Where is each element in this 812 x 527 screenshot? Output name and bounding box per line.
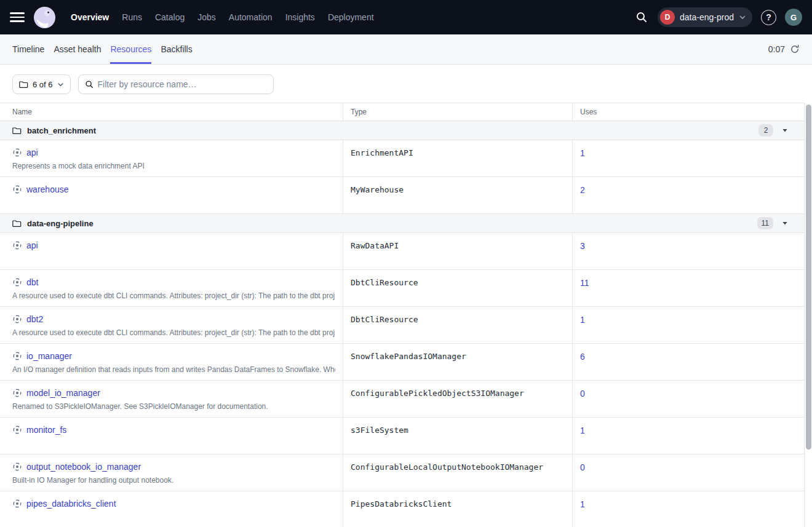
resource-name-cell: output_notebook_io_manager Built-in IO M… bbox=[0, 454, 343, 491]
resource-name-link[interactable]: warehouse bbox=[26, 184, 69, 194]
help-button[interactable]: ? bbox=[761, 10, 776, 25]
nav-overview[interactable]: Overview bbox=[71, 12, 109, 22]
column-header-type: Type bbox=[343, 103, 572, 121]
resource-type-cell: RawDataAPI bbox=[343, 233, 572, 269]
nav-catalog[interactable]: Catalog bbox=[155, 12, 185, 22]
workspace-switcher[interactable]: D data-eng-prod bbox=[658, 7, 752, 27]
resource-group-row[interactable]: batch_enrichment 2 bbox=[0, 121, 804, 140]
refresh-icon[interactable] bbox=[790, 44, 800, 54]
resource-uses-link[interactable]: 3 bbox=[580, 241, 585, 251]
resource-icon bbox=[12, 499, 22, 509]
resource-uses-link[interactable]: 0 bbox=[580, 389, 585, 398]
tab-asset-health[interactable]: Asset health bbox=[54, 34, 101, 64]
resource-description: A resource used to execute dbt CLI comma… bbox=[12, 328, 335, 337]
collapse-caret-icon[interactable] bbox=[782, 127, 788, 133]
resource-uses-link[interactable]: 1 bbox=[580, 499, 585, 509]
resource-uses-cell: 1 bbox=[572, 140, 804, 176]
resource-uses-cell: 6 bbox=[572, 344, 804, 380]
workspace-name: data-eng-prod bbox=[680, 12, 734, 22]
group-filter-button[interactable]: 6 of 6 bbox=[12, 74, 71, 94]
resource-uses-cell: 2 bbox=[572, 177, 804, 213]
resource-name-link[interactable]: model_io_manager bbox=[26, 388, 100, 398]
table-body: batch_enrichment 2 api Represents a mock… bbox=[0, 121, 804, 527]
chevron-down-icon bbox=[57, 81, 64, 88]
resource-type-cell: PipesDatabricksClient bbox=[343, 491, 572, 527]
nav-runs[interactable]: Runs bbox=[122, 12, 142, 22]
resource-type-cell: MyWarehouse bbox=[343, 177, 572, 213]
resource-description: Renamed to S3PickleIOManager. See S3Pick… bbox=[12, 402, 335, 411]
resource-name-link[interactable]: pipes_databricks_client bbox=[26, 499, 116, 509]
resource-name-link[interactable]: dbt bbox=[26, 277, 38, 287]
resource-name-cell: io_manager An I/O manager definition tha… bbox=[0, 344, 343, 380]
resource-uses-cell: 1 bbox=[572, 491, 804, 527]
resource-uses-cell: 1 bbox=[572, 307, 804, 343]
resource-type-cell: DbtCliResource bbox=[343, 307, 572, 343]
workspace-badge: D bbox=[660, 10, 675, 25]
resource-name-cell: warehouse bbox=[0, 177, 343, 213]
resource-description: A resource used to execute dbt CLI comma… bbox=[12, 291, 335, 300]
resource-icon bbox=[12, 240, 22, 250]
resource-name-link[interactable]: api bbox=[26, 148, 38, 157]
nav-jobs[interactable]: Jobs bbox=[197, 12, 216, 22]
resource-uses-link[interactable]: 6 bbox=[580, 352, 585, 362]
resource-name-link[interactable]: output_notebook_io_manager bbox=[26, 462, 141, 472]
column-header-name: Name bbox=[0, 103, 343, 121]
resources-table: Name Type Uses batch_enrichment 2 api Re… bbox=[0, 103, 812, 527]
resource-row: io_manager An I/O manager definition tha… bbox=[0, 344, 804, 381]
nav-insights[interactable]: Insights bbox=[285, 12, 315, 22]
resource-name-link[interactable]: dbt2 bbox=[26, 314, 43, 324]
dagster-logo-icon[interactable] bbox=[33, 6, 56, 29]
menu-icon[interactable] bbox=[10, 10, 25, 25]
resource-uses-link[interactable]: 11 bbox=[580, 278, 589, 288]
group-filter-label: 6 of 6 bbox=[33, 80, 53, 89]
resource-icon bbox=[12, 425, 22, 435]
main-nav: Overview Runs Catalog Jobs Automation In… bbox=[71, 12, 374, 22]
vertical-scrollbar[interactable] bbox=[804, 103, 812, 527]
avatar[interactable]: G bbox=[785, 9, 802, 26]
resource-name-cell: api Represents a mock data enrichment AP… bbox=[0, 140, 343, 176]
resource-filter-input[interactable] bbox=[98, 79, 267, 89]
resource-uses-link[interactable]: 1 bbox=[580, 148, 585, 158]
resource-row: warehouse MyWarehouse 2 bbox=[0, 177, 804, 214]
tab-timeline[interactable]: Timeline bbox=[12, 34, 44, 64]
collapse-caret-icon[interactable] bbox=[782, 220, 788, 226]
folder-icon bbox=[12, 126, 22, 135]
nav-deployment[interactable]: Deployment bbox=[328, 12, 374, 22]
resource-uses-link[interactable]: 2 bbox=[580, 185, 585, 195]
resource-type-cell: ConfigurableLocalOutputNotebookIOManager bbox=[343, 454, 572, 491]
resource-type-cell: EnrichmentAPI bbox=[343, 140, 572, 176]
resource-row: monitor_fs s3FileSystem 1 bbox=[0, 418, 804, 454]
resource-uses-link[interactable]: 1 bbox=[580, 426, 585, 435]
resource-name-link[interactable]: io_manager bbox=[26, 351, 72, 361]
resource-uses-cell: 1 bbox=[572, 418, 804, 454]
resource-uses-link[interactable]: 1 bbox=[580, 315, 585, 325]
resource-name-link[interactable]: api bbox=[26, 240, 38, 250]
search-icon[interactable] bbox=[635, 10, 649, 24]
chevron-down-icon bbox=[739, 14, 746, 21]
resource-name-link[interactable]: monitor_fs bbox=[26, 425, 66, 435]
resource-group-row[interactable]: data-eng-pipeline 11 bbox=[0, 214, 804, 233]
scrollbar-thumb[interactable] bbox=[806, 105, 811, 450]
resource-uses-cell: 3 bbox=[572, 233, 804, 269]
tab-backfills[interactable]: Backfills bbox=[161, 34, 192, 64]
resource-uses-cell: 0 bbox=[572, 454, 804, 491]
resource-icon bbox=[12, 148, 22, 157]
resource-uses-cell: 0 bbox=[572, 381, 804, 417]
resource-filter bbox=[78, 74, 274, 94]
resource-row: dbt2 A resource used to execute dbt CLI … bbox=[0, 307, 804, 344]
tab-resources[interactable]: Resources bbox=[110, 34, 151, 64]
resource-type-cell: SnowflakePandasIOManager bbox=[343, 344, 572, 380]
resource-icon bbox=[12, 184, 22, 194]
nav-automation[interactable]: Automation bbox=[229, 12, 273, 22]
resource-row: model_io_manager Renamed to S3PickleIOMa… bbox=[0, 381, 804, 418]
group-name: batch_enrichment bbox=[27, 126, 96, 135]
group-count-badge: 2 bbox=[758, 124, 773, 137]
resource-name-cell: dbt2 A resource used to execute dbt CLI … bbox=[0, 307, 343, 343]
resource-description: Built-in IO Manager for handling output … bbox=[12, 476, 335, 485]
column-header-uses: Uses bbox=[572, 103, 804, 121]
resource-uses-link[interactable]: 0 bbox=[580, 462, 585, 472]
resource-name-cell: model_io_manager Renamed to S3PickleIOMa… bbox=[0, 381, 343, 417]
folder-icon bbox=[19, 80, 28, 89]
tab-bar: Timeline Asset health Resources Backfill… bbox=[0, 34, 812, 65]
app-header: Overview Runs Catalog Jobs Automation In… bbox=[0, 0, 812, 34]
